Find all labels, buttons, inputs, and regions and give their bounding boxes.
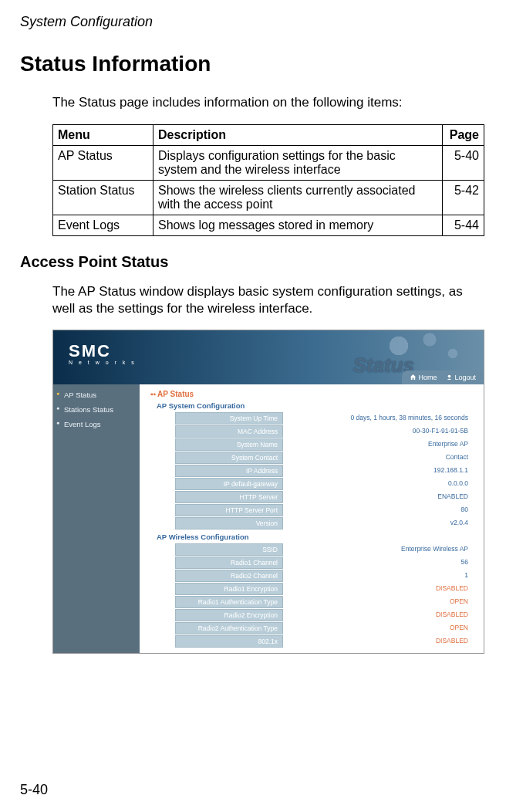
config-label: 802.1x: [175, 635, 283, 648]
cell-menu: Event Logs: [53, 215, 153, 236]
config-label: Radio1 Channel: [175, 557, 283, 569]
config-label: System Up Time: [175, 412, 283, 425]
cell-page: 5-42: [443, 181, 484, 215]
sidebar-item-ap-status[interactable]: AP Status: [53, 387, 140, 402]
cell-desc: Displays configuration settings for the …: [153, 146, 443, 181]
logo-sub: N e t w o r k s: [69, 360, 137, 365]
section-header: AP Wireless Configuration: [157, 533, 473, 541]
config-label: IP Address: [175, 465, 283, 477]
panel-title: ▪▪AP Status: [150, 390, 473, 398]
config-value: DISABLED: [283, 635, 473, 648]
config-row: MAC Address00-30-F1-91-91-5B: [175, 425, 473, 438]
config-value: 80: [283, 504, 473, 516]
cell-desc: Shows log messages stored in memory: [153, 215, 443, 236]
config-row: System ContactContact: [175, 452, 473, 464]
config-row: HTTP ServerENABLED: [175, 491, 473, 503]
config-row: Radio2 EncryptionDISABLED: [175, 609, 473, 621]
config-value: OPEN: [283, 622, 473, 634]
cell-page: 5-44: [443, 215, 484, 236]
config-label: IP default-gateway: [175, 478, 283, 490]
config-value: 0 days, 1 hours, 38 minutes, 16 seconds: [283, 412, 473, 425]
logout-icon: [446, 374, 453, 381]
config-label: HTTP Server Port: [175, 504, 283, 516]
config-value: Contact: [283, 452, 473, 464]
logo: SMC N e t w o r k s: [69, 341, 137, 365]
app-body: AP Status Stations Status Event Logs ▪▪A…: [53, 384, 484, 653]
logout-link[interactable]: Logout: [446, 374, 476, 381]
th-page: Page: [443, 125, 484, 146]
home-label: Home: [418, 374, 437, 381]
th-desc: Description: [153, 125, 443, 146]
document-header: System Configuration: [20, 14, 486, 30]
config-row: SSIDEnterprise Wireless AP: [175, 543, 473, 556]
logo-brand: SMC: [69, 341, 137, 361]
config-label: Radio2 Authentication Type: [175, 622, 283, 634]
config-row: Radio1 Authentication TypeOPEN: [175, 596, 473, 608]
table-row: Event Logs Shows log messages stored in …: [53, 215, 484, 236]
config-value: v2.0.4: [283, 517, 473, 529]
section-header: AP System Configuration: [157, 401, 473, 410]
config-row: Radio2 Channel1: [175, 570, 473, 582]
config-row: HTTP Server Port80: [175, 504, 473, 516]
config-value: DISABLED: [283, 609, 473, 621]
table-row: Station Status Shows the wireless client…: [53, 181, 484, 215]
config-row: IP Address192.168.1.1: [175, 465, 473, 477]
config-label: HTTP Server: [175, 491, 283, 503]
cell-desc: Shows the wireless clients currently ass…: [153, 181, 443, 215]
config-row: System NameEnterprise AP: [175, 438, 473, 451]
sidebar-item-event-logs[interactable]: Event Logs: [53, 417, 140, 431]
section-rows-system: System Up Time0 days, 1 hours, 38 minute…: [150, 412, 473, 529]
page-title-h1: Status Information: [20, 52, 486, 76]
config-row: Radio1 EncryptionDISABLED: [175, 583, 473, 595]
config-value: DISABLED: [283, 583, 473, 595]
config-value: 56: [283, 557, 473, 569]
sidebar-item-stations-status[interactable]: Stations Status: [53, 402, 140, 417]
config-label: System Contact: [175, 452, 283, 464]
cell-menu: Station Status: [53, 181, 153, 215]
cell-menu: AP Status: [53, 146, 153, 181]
page-number: 5-40: [20, 782, 48, 798]
config-row: 802.1xDISABLED: [175, 635, 473, 648]
body-paragraph: The AP Status window displays basic syst…: [52, 283, 486, 317]
intro-text: The Status page includes information on …: [52, 95, 486, 110]
config-row: Radio2 Authentication TypeOPEN: [175, 622, 473, 634]
config-label: MAC Address: [175, 425, 283, 438]
bullet-icon: ▪▪: [150, 390, 156, 398]
home-link[interactable]: Home: [410, 374, 437, 381]
sidebar: AP Status Stations Status Event Logs: [53, 384, 140, 653]
th-menu: Menu: [53, 125, 153, 146]
config-value: 0.0.0.0: [283, 478, 473, 490]
config-label: Radio1 Encryption: [175, 583, 283, 595]
config-value: 00-30-F1-91-91-5B: [283, 425, 473, 438]
home-icon: [410, 374, 417, 381]
config-value: OPEN: [283, 596, 473, 608]
top-nav: Home Logout: [402, 370, 484, 384]
config-label: Radio1 Authentication Type: [175, 596, 283, 608]
config-label: Version: [175, 517, 283, 529]
config-label: System Name: [175, 438, 283, 451]
config-value: 192.168.1.1: [283, 465, 473, 477]
svg-point-0: [448, 375, 451, 378]
table-row: AP Status Displays configuration setting…: [53, 146, 484, 181]
config-value: Enterprise Wireless AP: [283, 543, 473, 556]
cell-page: 5-40: [443, 146, 484, 181]
logout-label: Logout: [454, 374, 476, 381]
config-label: Radio2 Channel: [175, 570, 283, 582]
config-row: IP default-gateway0.0.0.0: [175, 478, 473, 490]
config-row: Radio1 Channel56: [175, 557, 473, 569]
config-row: Versionv2.0.4: [175, 517, 473, 529]
app-header: SMC N e t w o r k s Status Home Logout: [53, 330, 484, 384]
config-row: System Up Time0 days, 1 hours, 38 minute…: [175, 412, 473, 425]
menu-table: Menu Description Page AP Status Displays…: [52, 124, 484, 236]
screenshot-ap-status: SMC N e t w o r k s Status Home Logout A…: [52, 330, 484, 654]
config-value: Enterprise AP: [283, 438, 473, 451]
config-value: ENABLED: [283, 491, 473, 503]
panel-title-text: AP Status: [157, 390, 194, 398]
section-rows-wireless: SSIDEnterprise Wireless APRadio1 Channel…: [150, 543, 473, 648]
config-value: 1: [283, 570, 473, 582]
section-title-h2: Access Point Status: [20, 253, 486, 271]
config-label: SSID: [175, 543, 283, 556]
main-panel: ▪▪AP Status AP System Configuration Syst…: [140, 384, 484, 653]
config-label: Radio2 Encryption: [175, 609, 283, 621]
